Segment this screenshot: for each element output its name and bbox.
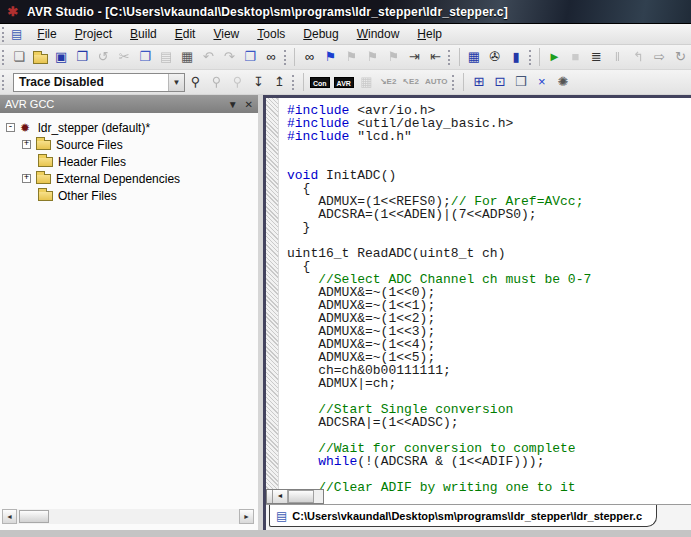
- new-file-icon[interactable]: ❏: [10, 48, 29, 66]
- scroll-right-icon[interactable]: ►: [239, 509, 254, 524]
- project-panel-header: AVR GCC ▼ ✕: [0, 95, 258, 113]
- indent-icon[interactable]: ⇥: [405, 48, 424, 66]
- open-watch-icon[interactable]: ⊡: [490, 73, 509, 91]
- trace-mode-value: Trace Disabled: [14, 74, 168, 91]
- show-next-statement-icon[interactable]: ≣: [587, 48, 606, 66]
- undo-icon: ↶: [199, 48, 218, 66]
- copy-icon[interactable]: ❐: [136, 48, 155, 66]
- step-over-icon[interactable]: ⇨: [650, 48, 669, 66]
- tree-item-ldr-stepper-default[interactable]: -✹ldr_stepper (default)*: [4, 119, 258, 136]
- collapse-icon[interactable]: -: [6, 123, 15, 132]
- pause-icon: ‖: [608, 48, 627, 66]
- menu-help[interactable]: Help: [408, 25, 451, 43]
- menu-window[interactable]: Window: [348, 25, 409, 43]
- document-window: #include <avr/io.h>#include <util/delay_…: [263, 95, 691, 530]
- debug-toolbar-icons: ⚲⚲⚲↧↥ConAVR▦↘E2↖E2AUTO⊞⊡❒×✺: [185, 73, 573, 91]
- toolbar-grip: [2, 75, 7, 90]
- toolbar-group: ⚲⚲⚲↧↥: [185, 73, 290, 91]
- toggle-breakpoint-pin-icon[interactable]: ⚲: [186, 73, 205, 91]
- find-icon[interactable]: ∞: [300, 48, 319, 66]
- toolbar-group: ∞⚑⚑⚑⚑⇥⇤: [299, 48, 446, 66]
- scrollbar-thumb[interactable]: [288, 490, 314, 503]
- toggle-bookmark-icon[interactable]: ⚑: [321, 48, 340, 66]
- code-line: uint16_t ReadADC(uint8_t ch): [287, 247, 691, 260]
- panel-menu-icon[interactable]: ▼: [228, 99, 238, 110]
- menu-debug[interactable]: Debug: [294, 25, 347, 43]
- project-panel-title: AVR GCC: [5, 98, 54, 110]
- menu-project[interactable]: Project: [66, 25, 121, 43]
- tree-item-label: External Dependencies: [56, 172, 180, 186]
- tree-item-header-files[interactable]: Header Files: [4, 153, 258, 170]
- toolbar-grip: [2, 27, 7, 42]
- stop-icon: ■: [566, 48, 585, 66]
- window-title: AVR Studio - [C:\Users\vkaundal\Desktop\…: [27, 5, 508, 19]
- tree-item-source-files[interactable]: +Source Files: [4, 136, 258, 153]
- new-breakpoint-icon[interactable]: ⊞: [469, 73, 488, 91]
- disable-breakpoints-icon: ⚲: [228, 73, 247, 91]
- folder-icon: [38, 191, 53, 201]
- clear-bookmarks-icon: ⚑: [384, 48, 403, 66]
- project-icon: ✹: [20, 121, 30, 135]
- read-eeprom-icon[interactable]: ↘E2: [378, 73, 399, 91]
- menu-file[interactable]: File: [28, 25, 65, 43]
- reset-icon[interactable]: ↻: [671, 48, 690, 66]
- code-line: //Clear ADIF by writing one to it: [287, 481, 691, 494]
- export-makefile-icon[interactable]: ❒: [511, 73, 530, 91]
- toolbar-separator: [463, 73, 464, 91]
- run-icon[interactable]: ►: [545, 48, 564, 66]
- expand-icon[interactable]: +: [22, 174, 31, 183]
- panel-close-icon[interactable]: ✕: [245, 99, 253, 110]
- menu-edit[interactable]: Edit: [166, 25, 205, 43]
- auto-icon[interactable]: AUTO: [423, 73, 450, 91]
- trace-mode-combobox[interactable]: Trace Disabled ▼: [13, 73, 185, 92]
- revert-icon: ↺: [94, 48, 113, 66]
- outdent-icon[interactable]: ⇤: [426, 48, 445, 66]
- avr-prog-icon[interactable]: ▮: [507, 48, 526, 66]
- menu-build[interactable]: Build: [121, 25, 166, 43]
- scrollbar-thumb[interactable]: [19, 510, 49, 523]
- title-bar: ✱ AVR Studio - [C:\Users\vkaundal\Deskto…: [0, 0, 691, 24]
- cut-icon: ✂: [115, 48, 134, 66]
- connect-dialog-icon[interactable]: Con: [310, 77, 330, 88]
- options-gear-icon[interactable]: ✺: [553, 73, 572, 91]
- run-to-cursor-icon[interactable]: ↧: [249, 73, 268, 91]
- connect-programmer-icon[interactable]: ✇: [486, 48, 505, 66]
- save-icon[interactable]: ▣: [52, 48, 71, 66]
- tree-item-external-dependencies[interactable]: +External Dependencies: [4, 170, 258, 187]
- io-view-icon[interactable]: ▦: [465, 48, 484, 66]
- scroll-left-icon[interactable]: ◄: [273, 490, 288, 503]
- code-line: #include "lcd.h": [287, 130, 691, 143]
- tree-item-label: ldr_stepper (default)*: [38, 121, 150, 135]
- folder-icon: [38, 157, 53, 167]
- code-line: ADCSRA|=(1<<ADSC);: [287, 416, 691, 429]
- next-bookmark-icon: ⚑: [342, 48, 361, 66]
- plugin-close-icon[interactable]: ×: [532, 73, 551, 91]
- code-editor[interactable]: #include <avr/io.h>#include <util/delay_…: [266, 98, 691, 504]
- tree-item-other-files[interactable]: Other Files: [4, 187, 258, 204]
- project-panel: AVR GCC ▼ ✕ -✹ldr_stepper (default)*+Sou…: [0, 95, 258, 530]
- print-icon[interactable]: ▦: [178, 48, 197, 66]
- code-line: void InitADC(): [287, 169, 691, 182]
- avr-programmer-icon[interactable]: AVR: [334, 77, 354, 88]
- chevron-down-icon[interactable]: ▼: [168, 74, 184, 91]
- editor-horizontal-scrollbar[interactable]: ◄: [266, 489, 324, 504]
- sidebar-horizontal-scrollbar[interactable]: ◄ ►: [2, 509, 254, 524]
- document-tab[interactable]: ▤ C:\Users\vkaundal\Desktop\sm\programs\…: [269, 505, 657, 527]
- menu-view[interactable]: View: [204, 25, 248, 43]
- toolbar-group: ConAVR▦↘E2↖E2AUTO: [308, 73, 450, 91]
- toolbar-group: ⊞⊡❒×✺: [468, 73, 573, 91]
- write-eeprom-icon[interactable]: ↖E2: [400, 73, 421, 91]
- project-tree: -✹ldr_stepper (default)*+Source FilesHea…: [0, 113, 258, 204]
- tree-item-label: Header Files: [58, 155, 126, 169]
- expand-icon[interactable]: +: [22, 140, 31, 149]
- step-out-icon[interactable]: ↥: [270, 73, 289, 91]
- scroll-left-icon[interactable]: ◄: [2, 509, 17, 524]
- cascade-windows-icon[interactable]: ❐: [241, 48, 260, 66]
- find-in-files-icon[interactable]: ∞: [262, 48, 281, 66]
- device-chip-icon: ▦: [357, 73, 376, 91]
- open-file-icon[interactable]: [33, 54, 48, 64]
- toolbar-group: ❏▣❐↺✂❐▤▦↶↷❐∞: [9, 48, 282, 66]
- save-all-icon[interactable]: ❐: [73, 48, 92, 66]
- menu-tools[interactable]: Tools: [248, 25, 294, 43]
- code-area[interactable]: #include <avr/io.h>#include <util/delay_…: [287, 104, 691, 504]
